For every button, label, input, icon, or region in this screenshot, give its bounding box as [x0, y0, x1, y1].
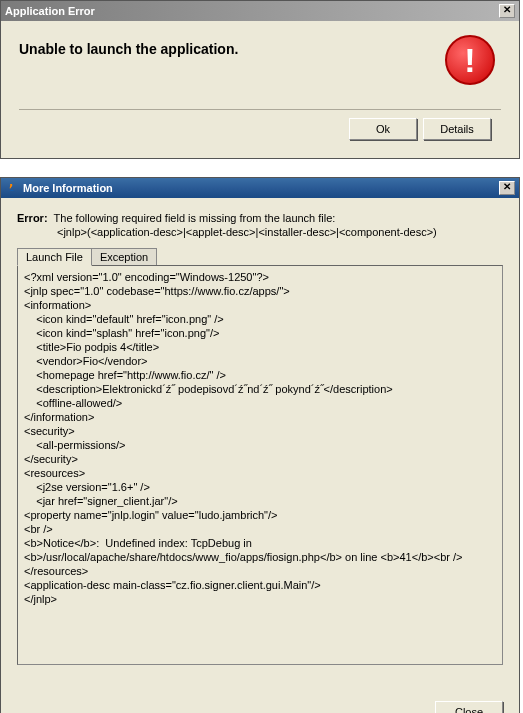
ok-button[interactable]: Ok — [349, 118, 417, 140]
close-icon[interactable]: ✕ — [499, 4, 515, 18]
error-text: The following required field is missing … — [54, 212, 336, 224]
tab-bar: Launch File Exception — [17, 248, 503, 265]
dialog2-titlebar[interactable]: More Information ✕ — [1, 178, 519, 198]
close-icon[interactable]: ✕ — [499, 181, 515, 195]
error-detail: <jnlp>(<application-desc>|<applet-desc>|… — [57, 226, 503, 238]
error-message: Unable to launch the application. — [19, 35, 238, 57]
tab-launch-file[interactable]: Launch File — [17, 248, 92, 266]
more-information-dialog: More Information ✕ Error: The following … — [0, 177, 520, 713]
dialog1-title: Application Error — [5, 5, 95, 17]
dialog2-title: More Information — [23, 182, 113, 194]
java-icon — [5, 181, 19, 195]
xml-content-box[interactable]: <?xml version="1.0" encoding="Windows-12… — [17, 265, 503, 665]
error-label: Error: — [17, 212, 48, 224]
close-button[interactable]: Close — [435, 701, 503, 713]
error-icon: ! — [445, 35, 495, 85]
tab-exception[interactable]: Exception — [91, 248, 157, 265]
dialog1-titlebar[interactable]: Application Error ✕ — [1, 1, 519, 21]
details-button[interactable]: Details — [423, 118, 491, 140]
application-error-dialog: Application Error ✕ Unable to launch the… — [0, 0, 520, 159]
